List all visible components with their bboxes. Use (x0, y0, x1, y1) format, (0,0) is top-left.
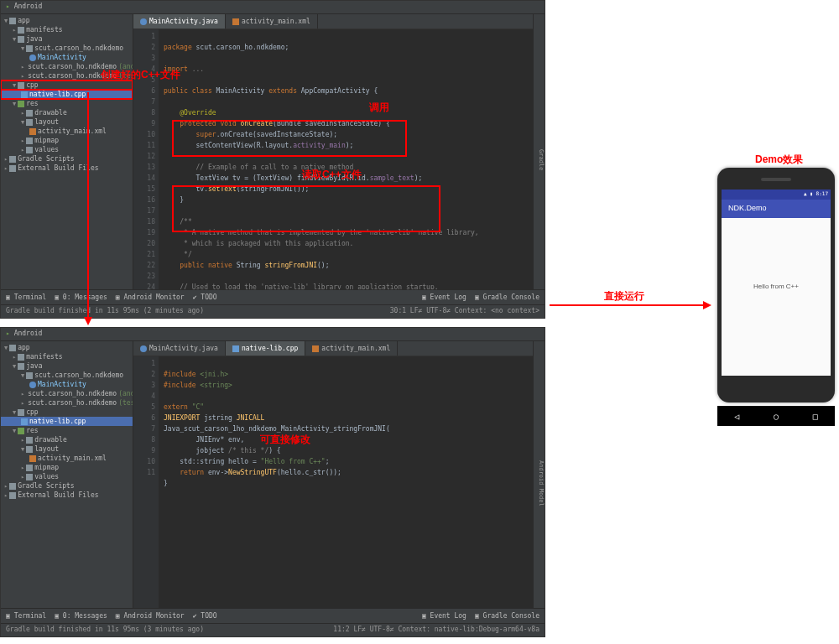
project-tree[interactable]: ▼app ▸manifests ▼java ▼scut.carson_ho.nd… (1, 14, 133, 289)
arrow-right (550, 300, 713, 310)
event-log-tab[interactable]: ▣ Event Log (422, 612, 466, 620)
arrow-down (80, 92, 96, 327)
editor-area: MainActivity.java native-lib.cpp activit… (133, 341, 533, 608)
messages-tab[interactable]: ▣ 0: Messages (55, 612, 107, 620)
phone-app-bar: NDK.Demo (722, 200, 831, 218)
annotation-demo: Demo效果 (755, 153, 803, 167)
editor-tabs[interactable]: MainActivity.java activity_main.xml (133, 14, 533, 29)
phone-nav-bar: ◁ ○ □ (717, 406, 835, 426)
gutter: 1234567891011 (133, 356, 159, 608)
breadcrumb: Android (1, 1, 545, 14)
android-monitor-tab[interactable]: ▣ Android Monitor (116, 612, 185, 620)
annotation-file: 创建好的C++文件 (101, 68, 180, 82)
status-bar: Gradle build finished in 11s 95ms (3 min… (1, 623, 545, 636)
editor-area: MainActivity.java activity_main.xml 1234… (133, 14, 533, 289)
terminal-tab[interactable]: ▣ Terminal (6, 293, 46, 301)
side-android-model[interactable]: Android Model (533, 341, 545, 608)
nav-home-icon: ○ (774, 412, 779, 421)
tab-mainactivity[interactable]: MainActivity.java (133, 14, 226, 29)
annotation-edit: 可直接修改 (260, 433, 310, 447)
svg-marker-1 (84, 317, 92, 325)
tab-native-lib[interactable]: native-lib.cpp (226, 341, 305, 356)
nav-back-icon: ◁ (734, 412, 739, 421)
todo-tab[interactable]: ✔ TODO (193, 293, 217, 301)
tab-activity-xml[interactable]: activity_main.xml (305, 341, 398, 356)
svg-marker-3 (703, 301, 711, 309)
todo-tab[interactable]: ✔ TODO (193, 612, 217, 620)
phone-mockup: ▲ ▮ 8:17 NDK.Demo Hello from C++ ◁ ○ □ (717, 168, 835, 402)
breadcrumb: Android (1, 328, 545, 341)
phone-body-text: Hello from C++ (722, 283, 831, 290)
side-gradle[interactable]: Gradle (533, 14, 545, 289)
tab-activity-xml[interactable]: activity_main.xml (226, 14, 318, 29)
editor-tabs[interactable]: MainActivity.java native-lib.cpp activit… (133, 341, 533, 356)
gradle-console-tab[interactable]: ▣ Gradle Console (475, 293, 539, 301)
tab-mainactivity[interactable]: MainActivity.java (133, 341, 226, 356)
event-log-tab[interactable]: ▣ Event Log (422, 293, 466, 301)
tool-window-bar[interactable]: ▣ Terminal ▣ 0: Messages ▣ Android Monit… (1, 608, 545, 623)
nav-recent-icon: □ (813, 412, 818, 421)
phone-status-bar: ▲ ▮ 8:17 (722, 190, 831, 200)
code-editor[interactable]: 1234567891011 #include <jni.h> #include … (133, 356, 533, 608)
terminal-tab[interactable]: ▣ Terminal (6, 612, 46, 620)
project-tree[interactable]: ▼app ▸manifests ▼java ▼scut.carson_ho.nd… (1, 341, 133, 608)
android-monitor-tab[interactable]: ▣ Android Monitor (116, 293, 185, 301)
code-editor[interactable]: 1234567891011121314151617181920212223242… (133, 29, 533, 289)
annotation-read: 读取C++文件 (302, 168, 362, 182)
gradle-console-tab[interactable]: ▣ Gradle Console (475, 612, 539, 620)
annotation-call: 调用 (369, 101, 389, 115)
ide-bottom: Android ▼app ▸manifests ▼java ▼scut.cars… (0, 327, 545, 637)
